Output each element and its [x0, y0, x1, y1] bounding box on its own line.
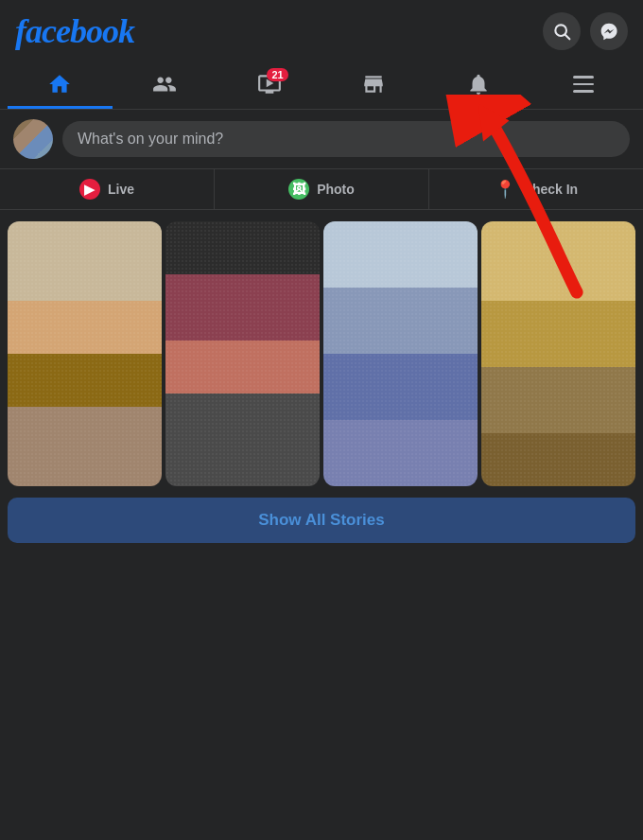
checkin-icon: 📍 [495, 179, 515, 200]
navigation-bar: 21 [0, 62, 643, 110]
friends-icon [151, 72, 178, 96]
nav-item-watch[interactable]: 21 [217, 62, 322, 109]
photo-button[interactable]: 🖼 Photo [214, 169, 428, 209]
bell-icon [466, 72, 491, 96]
nav-item-menu[interactable] [530, 66, 635, 105]
search-button[interactable] [543, 12, 581, 50]
hamburger-icon [573, 76, 594, 93]
watch-badge: 21 [267, 68, 287, 81]
live-button[interactable]: ▶ Live [0, 169, 214, 209]
header-icon-group [543, 12, 628, 50]
photo-icon: 🖼 [288, 179, 309, 200]
photo-label: Photo [317, 182, 355, 197]
post-input[interactable]: What's on your mind? [62, 121, 630, 157]
stories-grid [0, 218, 643, 490]
show-all-stories-button[interactable]: Show All Stories [8, 498, 635, 543]
checkin-button[interactable]: 📍 Check In [428, 169, 643, 209]
live-icon: ▶ [79, 179, 100, 200]
story-card-3[interactable] [323, 221, 478, 486]
svg-line-1 [565, 35, 570, 40]
story-card-2[interactable] [165, 221, 320, 486]
nav-item-friends[interactable] [113, 62, 217, 109]
messenger-button[interactable] [590, 12, 628, 50]
home-icon [47, 72, 72, 96]
post-actions-row: ▶ Live 🖼 Photo 📍 Check In [0, 168, 643, 210]
nav-item-marketplace[interactable] [322, 62, 426, 109]
nav-item-home[interactable] [8, 62, 113, 109]
app-header: facebook [0, 0, 643, 62]
facebook-logo: facebook [15, 11, 134, 51]
story-card-4[interactable] [481, 221, 635, 486]
search-icon [552, 22, 571, 41]
user-avatar [13, 119, 53, 159]
story-card-1[interactable] [8, 221, 162, 486]
marketplace-icon [361, 72, 386, 96]
avatar-image [13, 119, 53, 159]
live-label: Live [108, 182, 134, 197]
messenger-icon [600, 22, 618, 41]
nav-item-notifications[interactable] [426, 62, 531, 109]
checkin-label: Check In [523, 182, 578, 197]
create-post-section: What's on your mind? [0, 110, 643, 168]
stories-section: Show All Stories [0, 210, 643, 558]
